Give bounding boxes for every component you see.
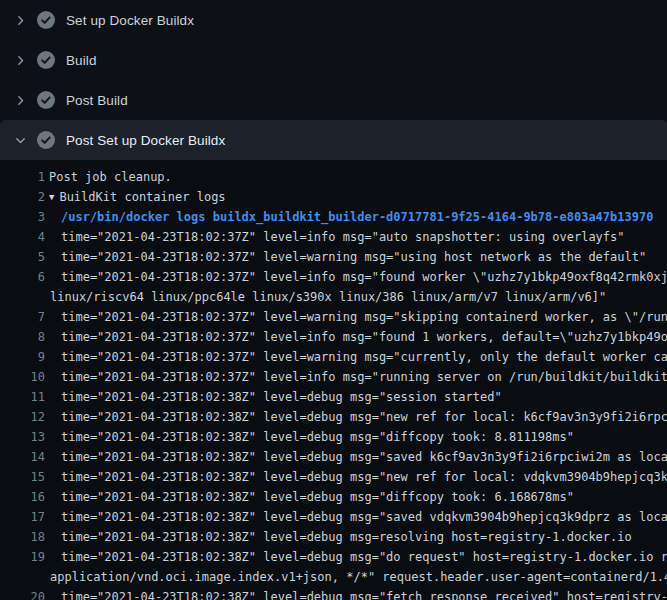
- line-number[interactable]: 8: [0, 327, 45, 347]
- log-text: time="2021-04-23T18:02:37Z" level=info m…: [45, 267, 667, 287]
- group-label[interactable]: BuildKit container logs: [59, 190, 225, 204]
- log-text: time="2021-04-23T18:02:38Z" level=debug …: [45, 407, 667, 427]
- log-text: time="2021-04-23T18:02:38Z" level=debug …: [45, 587, 667, 600]
- log-text: time="2021-04-23T18:02:37Z" level=warnin…: [45, 347, 667, 367]
- line-number: [0, 287, 45, 307]
- log-row: 3/usr/bin/docker logs buildx_buildkit_bu…: [0, 207, 667, 227]
- step-row[interactable]: Post Set up Docker Buildx: [0, 120, 667, 160]
- group-toggle-icon[interactable]: ▼: [49, 187, 54, 207]
- log-row: 19time="2021-04-23T18:02:38Z" level=debu…: [0, 547, 667, 567]
- log-row: 12time="2021-04-23T18:02:38Z" level=debu…: [0, 407, 667, 427]
- workflow-log-panel: Set up Docker BuildxBuildPost BuildPost …: [0, 0, 667, 600]
- log-text: time="2021-04-23T18:02:38Z" level=debug …: [45, 547, 667, 567]
- step-label: Set up Docker Buildx: [66, 13, 194, 28]
- chevron-right-icon[interactable]: [13, 93, 27, 107]
- step-label: Post Build: [66, 93, 128, 108]
- line-number: [0, 567, 45, 587]
- line-number[interactable]: 11: [0, 387, 45, 407]
- line-number[interactable]: 3: [0, 207, 45, 227]
- step-row[interactable]: Build: [0, 40, 667, 80]
- log-row: 4time="2021-04-23T18:02:37Z" level=info …: [0, 227, 667, 247]
- line-number[interactable]: 6: [0, 267, 45, 287]
- step-row[interactable]: Set up Docker Buildx: [0, 0, 667, 40]
- log-area: 1Post job cleanup.2▼BuildKit container l…: [0, 160, 667, 600]
- log-row: 20time="2021-04-23T18:02:38Z" level=debu…: [0, 587, 667, 600]
- log-text: time="2021-04-23T18:02:37Z" level=warnin…: [45, 307, 667, 327]
- log-row: application/vnd.oci.image.index.v1+json,…: [0, 567, 667, 587]
- line-number[interactable]: 1: [0, 167, 45, 187]
- chevron-down-icon[interactable]: [13, 133, 27, 147]
- line-number[interactable]: 12: [0, 407, 45, 427]
- log-text: time="2021-04-23T18:02:37Z" level=info m…: [45, 327, 667, 347]
- log-text: time="2021-04-23T18:02:38Z" level=debug …: [45, 447, 667, 467]
- log-text: time="2021-04-23T18:02:38Z" level=debug …: [45, 427, 574, 447]
- step-row[interactable]: Post Build: [0, 80, 667, 120]
- step-label: Post Set up Docker Buildx: [66, 133, 225, 148]
- log-text: time="2021-04-23T18:02:38Z" level=debug …: [45, 507, 667, 527]
- log-text: time="2021-04-23T18:02:38Z" level=debug …: [45, 527, 632, 547]
- line-number[interactable]: 19: [0, 547, 45, 567]
- line-number[interactable]: 4: [0, 227, 45, 247]
- line-number[interactable]: 9: [0, 347, 45, 367]
- log-row: linux/riscv64 linux/ppc64le linux/s390x …: [0, 287, 667, 307]
- log-text: time="2021-04-23T18:02:38Z" level=debug …: [45, 487, 574, 507]
- success-check-icon: [37, 131, 55, 149]
- log-text: time="2021-04-23T18:02:37Z" level=warnin…: [45, 247, 646, 267]
- log-row: 14time="2021-04-23T18:02:38Z" level=debu…: [0, 447, 667, 467]
- log-row: 18time="2021-04-23T18:02:38Z" level=debu…: [0, 527, 667, 547]
- chevron-right-icon[interactable]: [13, 13, 27, 27]
- success-check-icon: [37, 11, 55, 29]
- log-text: time="2021-04-23T18:02:38Z" level=debug …: [45, 387, 502, 407]
- log-row: 9time="2021-04-23T18:02:37Z" level=warni…: [0, 347, 667, 367]
- log-text: linux/riscv64 linux/ppc64le linux/s390x …: [45, 287, 606, 307]
- line-number[interactable]: 5: [0, 247, 45, 267]
- success-check-icon: [37, 91, 55, 109]
- log-row: 15time="2021-04-23T18:02:38Z" level=debu…: [0, 467, 667, 487]
- step-label: Build: [66, 53, 97, 68]
- line-number[interactable]: 18: [0, 527, 45, 547]
- line-number[interactable]: 10: [0, 367, 45, 387]
- log-row: 17time="2021-04-23T18:02:38Z" level=debu…: [0, 507, 667, 527]
- line-number[interactable]: 2: [0, 187, 45, 207]
- log-row: 10time="2021-04-23T18:02:37Z" level=info…: [0, 367, 667, 387]
- log-text: time="2021-04-23T18:02:37Z" level=info m…: [45, 367, 667, 387]
- line-number[interactable]: 17: [0, 507, 45, 527]
- log-row: 1Post job cleanup.: [0, 167, 667, 187]
- log-text: time="2021-04-23T18:02:37Z" level=info m…: [45, 227, 625, 247]
- log-text: ▼BuildKit container logs: [45, 187, 226, 207]
- log-row: 13time="2021-04-23T18:02:38Z" level=debu…: [0, 427, 667, 447]
- success-check-icon: [37, 51, 55, 69]
- log-text: Post job cleanup.: [45, 167, 172, 187]
- log-text: application/vnd.oci.image.index.v1+json,…: [45, 567, 667, 587]
- log-row: 6time="2021-04-23T18:02:37Z" level=info …: [0, 267, 667, 287]
- log-row: 7time="2021-04-23T18:02:37Z" level=warni…: [0, 307, 667, 327]
- steps-list: Set up Docker BuildxBuildPost BuildPost …: [0, 0, 667, 160]
- line-number[interactable]: 14: [0, 447, 45, 467]
- log-row: 16time="2021-04-23T18:02:38Z" level=debu…: [0, 487, 667, 507]
- log-row: 11time="2021-04-23T18:02:38Z" level=debu…: [0, 387, 667, 407]
- log-row: 2▼BuildKit container logs: [0, 187, 667, 207]
- line-number[interactable]: 7: [0, 307, 45, 327]
- log-row: 5time="2021-04-23T18:02:37Z" level=warni…: [0, 247, 667, 267]
- line-number[interactable]: 13: [0, 427, 45, 447]
- line-number[interactable]: 16: [0, 487, 45, 507]
- log-text: time="2021-04-23T18:02:38Z" level=debug …: [45, 467, 667, 487]
- line-number[interactable]: 15: [0, 467, 45, 487]
- command-text: /usr/bin/docker logs buildx_buildkit_bui…: [45, 207, 653, 227]
- chevron-right-icon[interactable]: [13, 53, 27, 67]
- line-number[interactable]: 20: [0, 587, 45, 600]
- log-row: 8time="2021-04-23T18:02:37Z" level=info …: [0, 327, 667, 347]
